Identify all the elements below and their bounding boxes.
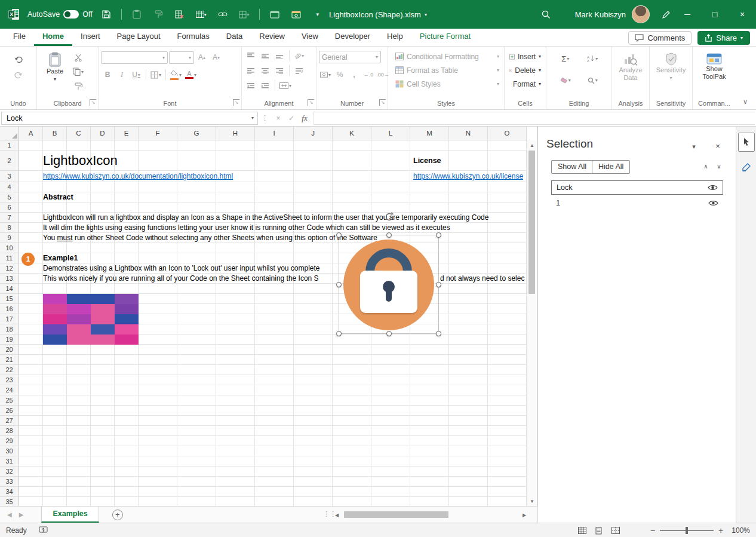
sheet-tab-examples[interactable]: Examples [41,507,99,523]
row-header-29[interactable]: 29 [0,436,19,446]
column-header-D[interactable]: D [91,127,115,140]
row-header-11[interactable]: 11 [0,253,19,263]
vertical-scroll-thumb[interactable] [528,151,535,294]
colored-cell[interactable] [91,304,115,314]
alignment-dialog-launcher[interactable]: ↘ [308,99,314,106]
horizontal-scroll-thumb[interactable] [344,511,448,518]
send-backward-icon[interactable]: ∨ [714,161,724,172]
tab-page-layout[interactable]: Page Layout [109,28,169,46]
row-header-26[interactable]: 26 [0,406,19,416]
scroll-down-arrow[interactable]: ▼ [527,496,537,506]
normal-view-icon[interactable] [576,524,588,536]
camera-qat-icon[interactable] [288,7,304,22]
tab-data[interactable]: Data [218,28,251,46]
name-box[interactable]: Lock ▾ [1,112,258,125]
colored-cell[interactable] [115,314,139,324]
decrease-decimal-button[interactable]: .00→ [376,68,389,81]
colored-cell[interactable] [67,324,91,335]
column-header-E[interactable]: E [115,127,139,140]
tab-help[interactable]: Help [379,28,411,46]
colored-cell[interactable] [91,314,115,324]
format-as-table-button[interactable]: Format as Table▾ [393,63,502,77]
align-bottom-button[interactable] [273,49,286,62]
clipboard-dialog-launcher[interactable]: ↘ [90,99,96,106]
align-middle-button[interactable] [259,49,272,62]
excel-app-icon[interactable]: X [6,7,21,22]
font-name-combo[interactable]: ▾ [101,51,168,64]
increase-indent-button[interactable] [259,79,272,92]
column-header-J[interactable]: J [294,127,333,140]
conditional-formatting-button[interactable]: Conditional Formatting▾ [393,50,502,63]
borders-button[interactable]: ▾ [149,68,162,81]
decrease-indent-button[interactable] [244,79,257,92]
decrease-font-button[interactable]: A▾ [210,51,223,64]
colored-cell[interactable] [43,324,67,335]
row-header-10[interactable]: 10 [0,243,19,253]
link-qat-icon[interactable] [215,7,231,22]
save-icon[interactable] [99,7,114,22]
underline-button[interactable]: U▾ [130,68,143,81]
wrap-text-button[interactable] [293,64,306,77]
bring-forward-icon[interactable]: ∧ [700,161,711,172]
row-header-13[interactable]: 13 [0,274,19,284]
paste-button[interactable]: Paste ▾ [39,50,70,97]
row-header-21[interactable]: 21 [0,355,19,365]
select-all-button[interactable] [0,127,19,140]
colored-cell[interactable] [91,335,115,345]
colored-cell[interactable] [43,335,67,345]
clear-button[interactable]: ▾ [552,74,579,87]
row-header-30[interactable]: 30 [0,446,19,456]
selection-pane-item-1[interactable]: 1 [551,196,723,210]
autosave-switch[interactable] [63,10,79,19]
search-icon[interactable] [538,7,554,22]
colored-cell[interactable] [67,314,91,324]
row-header-16[interactable]: 16 [0,304,19,314]
column-header-B[interactable]: B [43,127,67,140]
colored-cell[interactable] [91,324,115,335]
row-header-27[interactable]: 27 [0,416,19,426]
row-header-2[interactable]: 2 [0,151,19,171]
autosave-toggle[interactable]: AutoSave Off [27,10,93,19]
user-name[interactable]: Mark Kubiszyn [575,10,626,19]
new-sheet-button[interactable]: + [112,510,123,520]
scroll-up-arrow[interactable]: ▲ [527,140,537,150]
visibility-eye-icon[interactable] [708,200,718,207]
column-header-I[interactable]: I [255,127,294,140]
row-header-25[interactable]: 25 [0,395,19,406]
cut-button[interactable] [72,51,85,64]
scroll-left-arrow[interactable]: ◀ [332,510,342,520]
ink-pen-icon[interactable] [658,7,674,22]
row-header-34[interactable]: 34 [0,487,19,497]
resize-handle-nw[interactable] [336,232,342,238]
column-header-O[interactable]: O [488,127,527,140]
column-header-A[interactable]: A [19,127,43,140]
accounting-format-button[interactable]: ▾ [319,68,332,81]
column-header-H[interactable]: H [216,127,255,140]
formula-bar-splitter[interactable]: ⋮ [262,114,268,122]
row-header-5[interactable]: 5 [0,192,19,202]
tab-picture-format[interactable]: Picture Format [411,28,479,46]
analyze-data-button[interactable]: Analyze Data [615,50,646,97]
formula-input[interactable] [314,112,755,125]
cell-b3-hyperlink[interactable]: https://www.kubiszyn.co.uk/documentation… [43,171,233,182]
italic-button[interactable]: I [115,68,128,81]
row-header-24[interactable]: 24 [0,385,19,395]
title-dropdown-icon[interactable]: ▾ [425,12,427,17]
colored-cell[interactable] [115,335,139,345]
delete-cells-qat-icon[interactable] [172,7,188,22]
resize-handle-se[interactable] [436,331,441,336]
tab-insert[interactable]: Insert [72,28,109,46]
row-header-9[interactable]: 9 [0,233,19,243]
comma-style-button[interactable]: , [348,68,361,81]
row-header-32[interactable]: 32 [0,467,19,477]
zoom-level[interactable]: 100% [732,526,750,535]
format-pane-icon[interactable] [738,158,755,177]
cell-styles-button[interactable]: Cell Styles▾ [393,77,502,91]
row-header-35[interactable]: 35 [0,497,19,506]
column-header-L[interactable]: L [371,127,410,140]
resize-handle-s[interactable] [386,331,392,336]
row-header-8[interactable]: 8 [0,223,19,233]
fill-color-button[interactable]: ▾ [169,68,183,81]
cancel-formula-icon[interactable]: × [272,112,285,125]
avatar[interactable] [632,5,650,23]
